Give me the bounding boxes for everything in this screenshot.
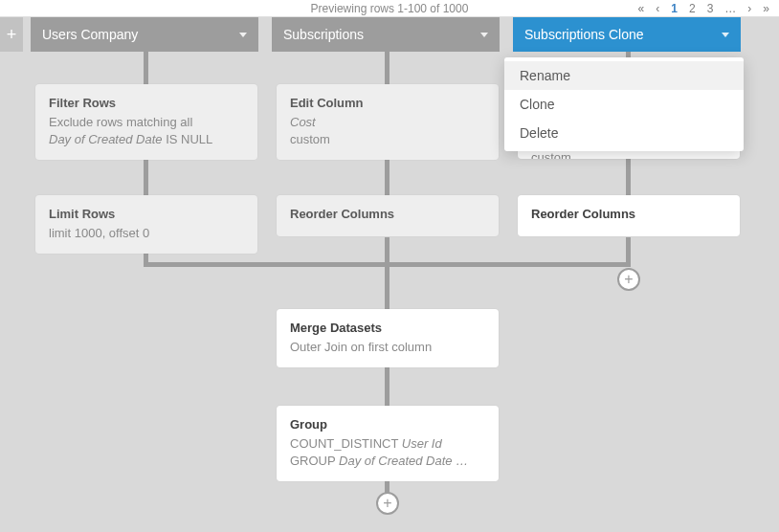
column-header-label: Subscriptions	[283, 27, 364, 42]
pager-last[interactable]: »	[759, 2, 773, 15]
card-title: Reorder Columns	[290, 207, 485, 221]
top-bar: Previewing rows 1-100 of 1000 « ‹ 1 2 3 …	[0, 0, 779, 17]
card-title: Merge Datasets	[290, 321, 485, 335]
pipeline-canvas: Filter Rows Exclude rows matching all Da…	[0, 52, 779, 530]
card-filter-rows[interactable]: Filter Rows Exclude rows matching all Da…	[35, 84, 257, 160]
chevron-down-icon	[722, 33, 729, 37]
connector-line	[144, 52, 148, 84]
card-title: Edit Column	[290, 96, 485, 110]
column-header-label: Users Company	[42, 27, 138, 42]
card-limit-rows[interactable]: Limit Rows limit 1000, offset 0	[35, 195, 257, 254]
card-merge-datasets[interactable]: Merge Datasets Outer Join on first colum…	[277, 309, 499, 367]
card-title: Reorder Columns	[531, 207, 726, 221]
menu-item-clone[interactable]: Clone	[504, 90, 744, 119]
connector-line	[626, 159, 631, 195]
card-title: Filter Rows	[49, 96, 244, 110]
card-reorder-columns[interactable]: Reorder Columns	[277, 195, 499, 236]
card-subtitle: Outer Join on first column	[290, 339, 485, 356]
connector-line	[385, 159, 390, 195]
connector-line	[144, 159, 148, 195]
card-reorder-columns-clone[interactable]: Reorder Columns	[518, 195, 740, 236]
pager-page-1[interactable]: 1	[667, 2, 681, 15]
column-header-row: + Users Company Subscriptions Subscripti…	[0, 17, 779, 52]
card-edit-column[interactable]: Edit Column Cost custom	[277, 84, 499, 160]
card-subtitle: Cost custom	[290, 114, 485, 148]
menu-item-delete[interactable]: Delete	[504, 119, 744, 147]
card-subtitle: Exclude rows matching all Day of Created…	[49, 114, 244, 148]
column-header-label: Subscriptions Clone	[524, 27, 644, 42]
connector-line	[385, 52, 390, 84]
pager-ellipsis: …	[721, 2, 740, 15]
pager-first[interactable]: «	[634, 2, 649, 15]
column-header-subscriptions[interactable]: Subscriptions	[272, 17, 500, 52]
pager: « ‹ 1 2 3 … › »	[634, 2, 773, 15]
column-context-menu: Rename Clone Delete	[504, 57, 744, 151]
add-step-button[interactable]: +	[617, 268, 640, 291]
menu-item-rename[interactable]: Rename	[504, 61, 744, 90]
pager-page-3[interactable]: 3	[703, 2, 718, 15]
connector-line	[144, 262, 631, 267]
chevron-down-icon	[480, 33, 488, 37]
pager-page-2[interactable]: 2	[685, 2, 700, 15]
pager-next[interactable]: ›	[744, 2, 755, 15]
add-step-button[interactable]: +	[376, 492, 399, 515]
connector-line	[385, 367, 390, 406]
card-group[interactable]: Group COUNT_DISTINCT User Id GROUP Day o…	[277, 406, 499, 481]
add-column-button[interactable]: +	[0, 17, 25, 52]
chevron-down-icon	[239, 33, 247, 37]
card-title: Limit Rows	[49, 207, 244, 221]
card-subtitle: COUNT_DISTINCT User Id GROUP Day of Crea…	[290, 435, 485, 470]
card-title: Group	[290, 417, 485, 432]
connector-line	[385, 237, 390, 309]
pager-prev[interactable]: ‹	[652, 2, 663, 15]
column-header-subscriptions-clone[interactable]: Subscriptions Clone	[513, 17, 741, 52]
column-header-users-company[interactable]: Users Company	[31, 17, 258, 52]
card-subtitle: limit 1000, offset 0	[49, 225, 244, 242]
